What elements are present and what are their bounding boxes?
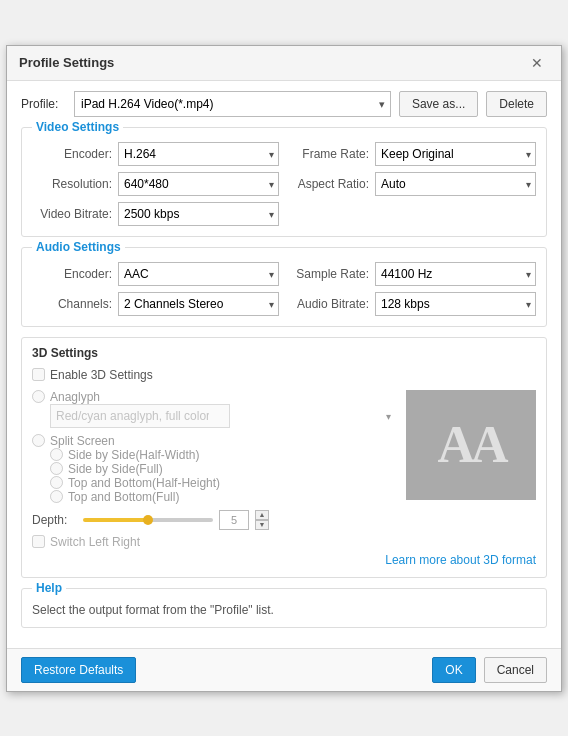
switch-left-right-row: Switch Left Right [32, 535, 396, 549]
help-text: Select the output format from the "Profi… [32, 603, 536, 617]
delete-button[interactable]: Delete [486, 91, 547, 117]
depth-slider[interactable] [83, 518, 213, 522]
top-bottom-full-radio[interactable] [50, 490, 63, 503]
encoder-select[interactable]: H.264H.265MPEG-4 [118, 142, 279, 166]
audio-encoder-select[interactable]: AACMP3AC3 [118, 262, 279, 286]
video-settings-content: Encoder: H.264H.265MPEG-4 Frame Rate: Ke… [32, 142, 536, 226]
frame-rate-label: Frame Rate: [289, 147, 369, 161]
channels-label: Channels: [32, 297, 112, 311]
3d-settings-title: 3D Settings [32, 346, 536, 360]
top-bottom-half-row: Top and Bottom(Half-Height) [50, 476, 396, 490]
audio-bitrate-label: Audio Bitrate: [289, 297, 369, 311]
profile-settings-dialog: Profile Settings ✕ Profile: iPad H.264 V… [6, 45, 562, 692]
aspect-ratio-select[interactable]: Auto4:316:9 [375, 172, 536, 196]
audio-settings-section: Audio Settings Encoder: AACMP3AC3 Sample… [21, 247, 547, 327]
side-by-side-full-row: Side by Side(Full) [50, 462, 396, 476]
aspect-ratio-row: Aspect Ratio: Auto4:316:9 [289, 172, 536, 196]
top-bottom-half-radio[interactable] [50, 476, 63, 489]
top-bottom-full-label: Top and Bottom(Full) [68, 490, 179, 504]
side-by-side-half-radio[interactable] [50, 448, 63, 461]
video-bitrate-select-wrap: 2500 kbps5000 kbps8000 kbps [118, 202, 279, 226]
profile-select-wrap: iPad H.264 Video(*.mp4) [74, 91, 391, 117]
side-by-side-full-radio[interactable] [50, 462, 63, 475]
footer-right: OK Cancel [432, 657, 547, 683]
audio-settings-title: Audio Settings [32, 240, 125, 254]
encoder-row: Encoder: H.264H.265MPEG-4 [32, 142, 279, 166]
video-bitrate-label: Video Bitrate: [32, 207, 112, 221]
top-bottom-half-label: Top and Bottom(Half-Height) [68, 476, 220, 490]
depth-down-button[interactable]: ▼ [255, 520, 269, 530]
frame-rate-select[interactable]: Keep Original242530 [375, 142, 536, 166]
ok-button[interactable]: OK [432, 657, 475, 683]
3d-preview: AA [406, 390, 536, 500]
resolution-row: Resolution: 640*4801280*7201920*1080 [32, 172, 279, 196]
dialog-footer: Restore Defaults OK Cancel [7, 648, 561, 691]
audio-bitrate-select[interactable]: 128 kbps192 kbps256 kbps [375, 292, 536, 316]
audio-encoder-label: Encoder: [32, 267, 112, 281]
video-settings-section: Video Settings Encoder: H.264H.265MPEG-4… [21, 127, 547, 237]
depth-spinner: ▲ ▼ [255, 510, 269, 530]
resolution-select[interactable]: 640*4801280*7201920*1080 [118, 172, 279, 196]
channels-row: Channels: 2 Channels StereoMono5.1 Chann… [32, 292, 279, 316]
encoder-label: Encoder: [32, 147, 112, 161]
depth-label: Depth: [32, 513, 77, 527]
profile-row: Profile: iPad H.264 Video(*.mp4) Save as… [21, 91, 547, 117]
audio-encoder-select-wrap: AACMP3AC3 [118, 262, 279, 286]
side-by-side-full-label: Side by Side(Full) [68, 462, 163, 476]
sample-rate-select-wrap: 44100 Hz22050 Hz48000 Hz [375, 262, 536, 286]
sample-rate-select[interactable]: 44100 Hz22050 Hz48000 Hz [375, 262, 536, 286]
aspect-ratio-select-wrap: Auto4:316:9 [375, 172, 536, 196]
video-settings-title: Video Settings [32, 120, 123, 134]
close-button[interactable]: ✕ [525, 54, 549, 72]
switch-left-right-checkbox[interactable] [32, 535, 45, 548]
audio-encoder-row: Encoder: AACMP3AC3 [32, 262, 279, 286]
anaglyph-select[interactable]: Red/cyan anaglyph, full color Red/cyan a… [50, 404, 230, 428]
encoder-select-wrap: H.264H.265MPEG-4 [118, 142, 279, 166]
3d-preview-text: AA [437, 415, 504, 474]
dialog-body: Profile: iPad H.264 Video(*.mp4) Save as… [7, 81, 561, 648]
anaglyph-radio[interactable] [32, 390, 45, 403]
enable-3d-checkbox[interactable] [32, 368, 45, 381]
side-by-side-half-row: Side by Side(Half-Width) [50, 448, 396, 462]
split-screen-radio-row: Split Screen [32, 434, 396, 448]
anaglyph-radio-row: Anaglyph [32, 390, 396, 404]
sample-rate-label: Sample Rate: [289, 267, 369, 281]
3d-body: Anaglyph Red/cyan anaglyph, full color R… [32, 390, 536, 549]
save-as-button[interactable]: Save as... [399, 91, 478, 117]
help-title: Help [32, 581, 66, 595]
dialog-title: Profile Settings [19, 55, 114, 70]
channels-select-wrap: 2 Channels StereoMono5.1 Channels [118, 292, 279, 316]
profile-label: Profile: [21, 97, 66, 111]
audio-settings-content: Encoder: AACMP3AC3 Sample Rate: 44100 Hz… [32, 262, 536, 316]
split-screen-label: Split Screen [50, 434, 115, 448]
enable-3d-row: Enable 3D Settings [32, 368, 536, 382]
channels-select[interactable]: 2 Channels StereoMono5.1 Channels [118, 292, 279, 316]
anaglyph-label: Anaglyph [50, 390, 100, 404]
video-bitrate-row: Video Bitrate: 2500 kbps5000 kbps8000 kb… [32, 202, 279, 226]
video-settings-grid: Encoder: H.264H.265MPEG-4 Frame Rate: Ke… [32, 142, 536, 226]
restore-defaults-button[interactable]: Restore Defaults [21, 657, 136, 683]
3d-left-panel: Anaglyph Red/cyan anaglyph, full color R… [32, 390, 396, 549]
audio-bitrate-row: Audio Bitrate: 128 kbps192 kbps256 kbps [289, 292, 536, 316]
split-screen-radio[interactable] [32, 434, 45, 447]
profile-select[interactable]: iPad H.264 Video(*.mp4) [74, 91, 391, 117]
sample-rate-row: Sample Rate: 44100 Hz22050 Hz48000 Hz [289, 262, 536, 286]
audio-settings-grid: Encoder: AACMP3AC3 Sample Rate: 44100 Hz… [32, 262, 536, 316]
resolution-select-wrap: 640*4801280*7201920*1080 [118, 172, 279, 196]
learn-more-link[interactable]: Learn more about 3D format [32, 553, 536, 567]
aspect-ratio-label: Aspect Ratio: [289, 177, 369, 191]
depth-value: 5 [219, 510, 249, 530]
depth-row: Depth: 5 ▲ ▼ [32, 510, 396, 530]
video-bitrate-select[interactable]: 2500 kbps5000 kbps8000 kbps [118, 202, 279, 226]
frame-rate-select-wrap: Keep Original242530 [375, 142, 536, 166]
switch-left-right-label: Switch Left Right [50, 535, 140, 549]
top-bottom-full-row: Top and Bottom(Full) [50, 490, 396, 504]
enable-3d-label: Enable 3D Settings [50, 368, 153, 382]
cancel-button[interactable]: Cancel [484, 657, 547, 683]
title-bar: Profile Settings ✕ [7, 46, 561, 81]
3d-settings-section: 3D Settings Enable 3D Settings Anaglyph … [21, 337, 547, 578]
audio-bitrate-select-wrap: 128 kbps192 kbps256 kbps [375, 292, 536, 316]
anaglyph-select-wrap: Red/cyan anaglyph, full color Red/cyan a… [50, 404, 396, 428]
help-section: Help Select the output format from the "… [21, 588, 547, 628]
depth-up-button[interactable]: ▲ [255, 510, 269, 520]
